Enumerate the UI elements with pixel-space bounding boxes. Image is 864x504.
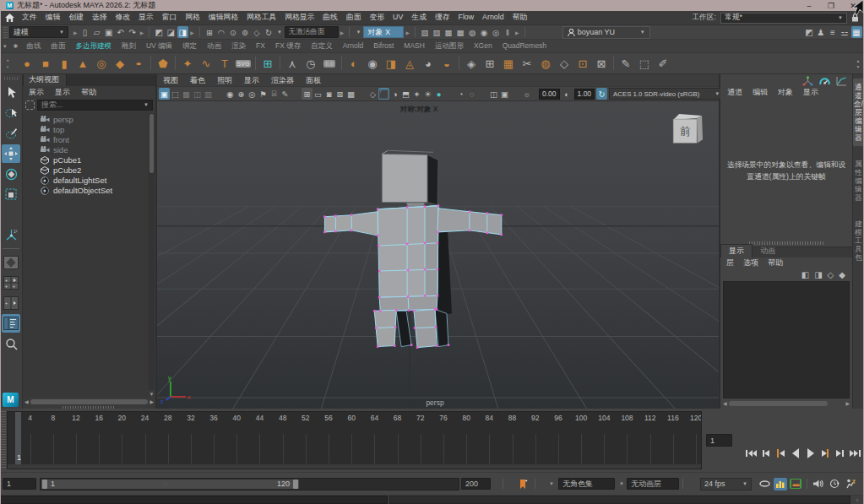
pause-viewport[interactable]: ‖ [503, 26, 514, 38]
exposure-toggle[interactable]: ☼ [521, 88, 532, 100]
search-layout-icon[interactable] [2, 334, 20, 353]
layer-editor-tab[interactable]: 动画 [753, 245, 783, 257]
pencil[interactable]: ✎ [280, 88, 291, 100]
combine[interactable]: ◉ [363, 55, 382, 73]
reduce[interactable]: ▦ [499, 55, 518, 73]
attribute-editor-toggle[interactable]: ≡ [828, 26, 839, 38]
platonic-solid[interactable]: ⬟ [154, 55, 172, 73]
range-start-handle[interactable] [42, 480, 47, 489]
menu-item[interactable]: UV [389, 13, 407, 21]
command-input[interactable] [0, 496, 388, 504]
field-guides[interactable]: ⊠ [334, 88, 345, 100]
chevron-down-icon[interactable]: ▼ [356, 30, 361, 35]
menu-item[interactable]: 曲面 [342, 13, 366, 21]
shelf-tab[interactable]: 运动图形 [430, 41, 469, 51]
view-transform-icon[interactable]: ↻ [596, 88, 607, 100]
isolate-select[interactable]: ◔ [455, 88, 466, 100]
outliner-menu-item[interactable]: 帮助 [81, 87, 96, 98]
channel-box-menu-item[interactable]: 显示 [803, 87, 818, 98]
shelf-tab[interactable]: MASH [399, 41, 430, 51]
outliner-item[interactable]: side [23, 144, 149, 154]
camera-attributes[interactable]: ▩ [181, 88, 192, 100]
separator[interactable] [341, 57, 342, 70]
menu-item[interactable]: 选择 [88, 13, 111, 21]
loop-icon[interactable] [758, 478, 771, 490]
empty-anim-layer[interactable]: ◇ [828, 270, 834, 279]
collapse-arrow[interactable]: ▶ [190, 30, 194, 35]
empty-layer[interactable]: ◧ [802, 270, 809, 279]
chevron-down-icon[interactable]: ▼ [549, 481, 554, 486]
step-back-key-button[interactable] [775, 447, 786, 458]
snap-point[interactable]: ⊙ [227, 26, 238, 38]
menu-item[interactable]: 曲线 [318, 13, 342, 21]
render-sequence[interactable]: ▦ [455, 26, 466, 38]
outliner-tab[interactable]: 大纲视图 [23, 73, 67, 86]
viewport-menu-item[interactable]: 渲染器 [271, 75, 294, 86]
fill-hole[interactable]: ◕ [419, 55, 437, 73]
anim-prefs-icon[interactable] [844, 478, 857, 490]
layer-editor-tab[interactable]: 显示 [720, 244, 753, 257]
menu-set-selector[interactable]: 建模▼ [9, 26, 68, 38]
bridge[interactable]: ⊡ [573, 55, 592, 73]
launch-render-setup[interactable]: ◍ [467, 26, 478, 38]
poly-cylinder[interactable]: ▮ [55, 55, 73, 73]
separator[interactable] [175, 57, 176, 70]
exposure-field[interactable]: 0.00 [539, 89, 560, 100]
tool-settings-toggle[interactable]: ⚍ [840, 26, 850, 38]
menu-item[interactable]: 创建 [64, 13, 88, 21]
viewport-menu-item[interactable]: 显示 [244, 75, 259, 86]
outliner-vscrollbar[interactable]: ▼ [149, 113, 155, 390]
extract[interactable]: ◬ [400, 55, 419, 73]
maya-badge[interactable]: M [3, 393, 19, 407]
outliner-item[interactable]: pCube1 [23, 154, 149, 165]
shelf-tab[interactable]: Arnold [338, 41, 369, 51]
go-to-end-button[interactable] [850, 447, 861, 458]
shelf-tab[interactable]: FX 缓存 [270, 41, 306, 51]
mirror[interactable]: ◈ [462, 55, 481, 73]
separate[interactable]: ◨ [382, 55, 400, 73]
outliner-menu-item[interactable]: 展示 [29, 87, 44, 98]
graph-editor-icon[interactable] [836, 76, 847, 86]
symmetry-field[interactable]: 对象 X [363, 26, 404, 38]
shelf-tab[interactable]: 自定义 [306, 41, 338, 51]
viewport-menu-item[interactable]: 照明 [217, 75, 232, 86]
snap-curve[interactable]: ◠ [215, 26, 226, 38]
subdivide[interactable]: ⊞ [481, 55, 499, 73]
snap-grid[interactable]: ⊞ [204, 26, 215, 38]
hypershade[interactable]: ◉ [479, 26, 490, 38]
minimize-button[interactable]: – [798, 2, 820, 10]
go-to-start-button[interactable] [746, 447, 757, 458]
channel-box-menu-item[interactable]: 编辑 [753, 87, 768, 98]
paint-select-tool[interactable] [2, 124, 20, 143]
view-transform-dropdown[interactable]: ACES 1.0 SDR-video (sRGB)▼ [609, 88, 724, 100]
separator[interactable] [356, 88, 367, 100]
separator[interactable] [444, 88, 455, 100]
outliner-item[interactable]: defaultLightSet [23, 175, 149, 185]
edit-edge-flow[interactable]: ✐ [654, 55, 672, 73]
channel-box-menu-item[interactable]: 对象 [778, 87, 793, 98]
boolean[interactable]: ◐ [345, 55, 363, 73]
shelf-tab[interactable]: 动画 [202, 41, 226, 51]
layer-list[interactable] [723, 281, 850, 398]
shelf-menu-icon[interactable]: ▾ [0, 43, 10, 50]
outliner-item[interactable]: persp [23, 114, 149, 124]
humanik-toggle[interactable]: ♟ [816, 26, 827, 38]
camera-gate[interactable]: ◎ [247, 88, 258, 100]
fps-dropdown[interactable]: 24 fps▼ [700, 478, 752, 490]
auto-key-button[interactable]: ▬ [790, 479, 802, 489]
select-component[interactable]: ◨ [177, 26, 188, 38]
shelf-tab[interactable]: XGen [469, 41, 497, 51]
menu-item[interactable]: 显示 [134, 13, 158, 21]
select-hierarchy[interactable]: ◩ [154, 26, 165, 38]
separator[interactable] [613, 57, 614, 70]
image-plane[interactable]: ▥ [203, 88, 214, 100]
outliner-search-input[interactable]: 搜索...▼ [37, 100, 153, 111]
separator[interactable] [150, 57, 151, 70]
menu-item[interactable]: 网格工具 [242, 13, 280, 21]
play-forwards-button[interactable] [805, 447, 816, 458]
character-set-field[interactable]: 无角色集 [558, 478, 615, 490]
render-settings[interactable]: ◎ [491, 26, 502, 38]
group-grip[interactable] [3, 27, 8, 38]
display-node-icon[interactable] [802, 76, 813, 86]
target-weld[interactable]: ◍ [536, 55, 555, 73]
